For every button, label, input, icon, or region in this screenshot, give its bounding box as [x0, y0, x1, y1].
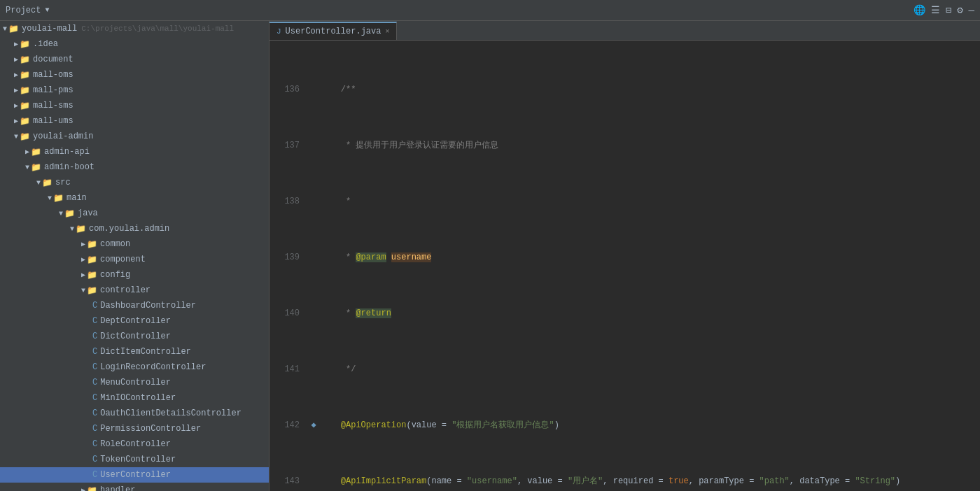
oauth-class-icon: C	[92, 408, 97, 418]
sidebar-item-permission-controller[interactable]: C PermissionController	[0, 421, 269, 436]
mall-sms-label: mall-sms	[33, 101, 74, 111]
code-line-142: 142 ◆ @ApiOperation(value = "根据用户名获取用户信息…	[275, 418, 980, 432]
sidebar-item-component[interactable]: ▶ 📁 component	[0, 252, 269, 267]
mall-ums-icon: 📁	[20, 116, 30, 127]
title-bar-left: Project ▼	[6, 6, 49, 15]
idea-label: .idea	[33, 39, 58, 49]
tab-close-button[interactable]: ×	[385, 28, 389, 36]
mall-pms-arrow: ▶	[14, 86, 18, 94]
code-line-141: 141 */	[275, 362, 980, 376]
sidebar-item-user-controller[interactable]: C UserController	[0, 467, 269, 483]
sidebar-item-dept-controller[interactable]: C DeptController	[0, 313, 269, 329]
mall-sms-icon: 📁	[20, 101, 30, 111]
sidebar-item-dashboard-controller[interactable]: C DashboardController	[0, 298, 269, 313]
common-arrow: ▶	[81, 240, 85, 248]
sidebar-item-java[interactable]: ▼ 📁 java	[0, 206, 269, 221]
permission-class-icon: C	[92, 424, 97, 434]
tab-filename: UserController.java	[286, 27, 382, 36]
main-label: main	[66, 193, 87, 203]
doc-label: document	[33, 55, 74, 64]
code-line-136: 136 /**	[275, 83, 980, 97]
editor-area: 136 /** 137 * 提供用于用户登录认证需要的用户信息 138 *	[270, 41, 980, 491]
sidebar-item-token-controller[interactable]: C TokenController	[0, 452, 269, 467]
main-arrow: ▼	[48, 194, 52, 202]
common-label: common	[100, 239, 130, 249]
title-bar: Project ▼ 🌐 ☰ ⊟ ⚙ —	[0, 0, 980, 21]
sidebar-item-role-controller[interactable]: C RoleController	[0, 436, 269, 452]
sidebar-item-controller[interactable]: ▼ 📁 controller	[0, 283, 269, 298]
token-class-icon: C	[92, 455, 97, 464]
java-arrow: ▼	[59, 210, 63, 218]
token-label: TokenController	[100, 455, 176, 464]
sidebar-item-oauth-controller[interactable]: C OauthClientDetailsController	[0, 406, 269, 421]
sidebar-item-idea[interactable]: ▶ 📁 .idea	[0, 36, 269, 52]
main-layout: ▼ 📁 youlai-mall C:\projects\java\mall\yo…	[0, 21, 980, 491]
config-arrow: ▶	[81, 271, 85, 279]
sidebar-item-mall-oms[interactable]: ▶ 📁 mall-oms	[0, 67, 269, 83]
user-class-icon: C	[92, 470, 97, 480]
dictitem-class-icon: C	[92, 347, 97, 357]
sidebar-item-mall-ums[interactable]: ▶ 📁 mall-ums	[0, 113, 269, 129]
tab-user-controller[interactable]: J UserController.java ×	[270, 22, 397, 40]
sidebar-item-com-youlai-admin[interactable]: ▼ 📁 com.youlai.admin	[0, 221, 269, 236]
sidebar-item-main[interactable]: ▼ 📁 main	[0, 190, 269, 206]
idea-folder-icon: 📁	[20, 39, 30, 50]
minio-label: MinIOController	[100, 393, 176, 403]
sidebar-item-menu-controller[interactable]: C MenuController	[0, 375, 269, 390]
sidebar-item-youlai-admin[interactable]: ▼ 📁 youlai-admin	[0, 129, 269, 144]
sidebar-item-minio-controller[interactable]: C MinIOController	[0, 390, 269, 406]
mall-ums-label: mall-ums	[33, 116, 74, 126]
mall-oms-icon: 📁	[20, 70, 30, 80]
loginrecord-label: LoginRecordController	[100, 362, 206, 372]
sidebar[interactable]: ▼ 📁 youlai-mall C:\projects\java\mall\yo…	[0, 21, 270, 491]
dept-label: DeptController	[100, 316, 171, 326]
project-label[interactable]: Project	[6, 6, 41, 15]
dashboard-class-icon: C	[92, 301, 97, 311]
sidebar-item-loginrecord-controller[interactable]: C LoginRecordController	[0, 360, 269, 375]
sidebar-item-handler[interactable]: ▶ 📁 handler	[0, 483, 269, 491]
admin-api-icon: 📁	[31, 147, 41, 157]
src-arrow: ▼	[36, 179, 41, 187]
list-icon[interactable]: ☰	[931, 4, 940, 16]
handler-arrow: ▶	[81, 486, 85, 491]
sidebar-item-common[interactable]: ▶ 📁 common	[0, 236, 269, 252]
code-content[interactable]: 136 /** 137 * 提供用于用户登录认证需要的用户信息 138 *	[270, 41, 980, 491]
com-arrow: ▼	[70, 225, 74, 233]
permission-label: PermissionController	[100, 424, 201, 434]
dict-class-icon: C	[92, 332, 97, 341]
doc-arrow: ▶	[14, 55, 18, 64]
src-label: src	[55, 178, 71, 187]
component-label: component	[100, 255, 146, 264]
dashboard-label: DashboardController	[100, 301, 196, 311]
sidebar-item-src[interactable]: ▼ 📁 src	[0, 175, 269, 190]
controller-icon: 📁	[87, 285, 97, 296]
code-line-137: 137 * 提供用于用户登录认证需要的用户信息	[275, 138, 980, 152]
sidebar-item-document[interactable]: ▶ 📁 document	[0, 52, 269, 67]
dictitem-label: DictItemController	[100, 347, 191, 357]
loginrecord-class-icon: C	[92, 362, 97, 372]
sidebar-item-admin-boot[interactable]: ▼ 📁 admin-boot	[0, 159, 269, 175]
user-controller-label: UserController	[100, 470, 171, 480]
main-icon: 📁	[53, 193, 64, 204]
config-label: config	[100, 270, 130, 280]
sidebar-item-mall-sms[interactable]: ▶ 📁 mall-sms	[0, 98, 269, 113]
sidebar-root[interactable]: ▼ 📁 youlai-mall C:\projects\java\mall\yo…	[0, 21, 269, 36]
project-caret[interactable]: ▼	[45, 6, 49, 14]
admin-boot-label: admin-boot	[44, 162, 94, 172]
sidebar-item-mall-pms[interactable]: ▶ 📁 mall-pms	[0, 83, 269, 98]
mall-ums-arrow: ▶	[14, 117, 18, 125]
handler-icon: 📁	[87, 485, 97, 492]
sidebar-item-config[interactable]: ▶ 📁 config	[0, 267, 269, 283]
gear-icon[interactable]: ⚙	[957, 4, 962, 16]
admin-api-label: admin-api	[44, 147, 90, 157]
sidebar-item-admin-api[interactable]: ▶ 📁 admin-api	[0, 144, 269, 159]
controller-label: controller	[100, 285, 150, 295]
split-icon[interactable]: ⊟	[946, 4, 951, 16]
globe-icon[interactable]: 🌐	[913, 4, 925, 16]
minimize-icon[interactable]: —	[969, 5, 974, 16]
minio-class-icon: C	[92, 393, 97, 403]
sidebar-item-dict-controller[interactable]: C DictController	[0, 329, 269, 344]
sidebar-item-dictitem-controller[interactable]: C DictItemController	[0, 344, 269, 360]
config-icon: 📁	[87, 270, 97, 280]
role-class-icon: C	[92, 439, 97, 449]
